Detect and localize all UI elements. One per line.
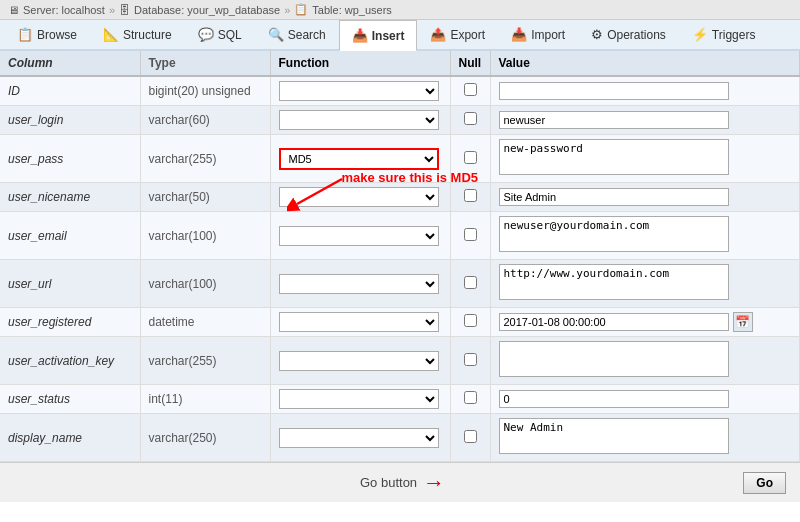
cell-function[interactable]: AES_DECRYPTAES_ENCRYPTBINBIT_LENGTHCHARC… — [270, 183, 450, 212]
cell-null[interactable] — [450, 260, 490, 308]
value-textarea[interactable] — [499, 139, 729, 175]
null-checkbox[interactable] — [464, 228, 477, 241]
tab-export-label: Export — [450, 28, 485, 42]
cell-value[interactable] — [490, 337, 800, 385]
tab-operations-label: Operations — [607, 28, 666, 42]
cell-column: display_name — [0, 414, 140, 462]
cell-function[interactable]: AES_DECRYPTAES_ENCRYPTBINBIT_LENGTHCHARC… — [270, 135, 450, 183]
tab-operations[interactable]: ⚙ Operations — [578, 20, 679, 49]
calendar-icon[interactable]: 📅 — [733, 312, 753, 332]
cell-null[interactable] — [450, 183, 490, 212]
cell-type: varchar(255) — [140, 135, 270, 183]
cell-function[interactable]: AES_DECRYPTAES_ENCRYPTBINBIT_LENGTHCHARC… — [270, 212, 450, 260]
tab-structure-label: Structure — [123, 28, 172, 42]
tab-structure[interactable]: 📐 Structure — [90, 20, 185, 49]
table-row: user_statusint(11)AES_DECRYPTAES_ENCRYPT… — [0, 385, 800, 414]
value-textarea[interactable] — [499, 418, 729, 454]
table-row: display_namevarchar(250)AES_DECRYPTAES_E… — [0, 414, 800, 462]
function-select[interactable]: AES_DECRYPTAES_ENCRYPTBINBIT_LENGTHCHARC… — [279, 389, 439, 409]
tab-insert[interactable]: 📥 Insert — [339, 20, 418, 51]
null-checkbox[interactable] — [464, 314, 477, 327]
null-checkbox[interactable] — [464, 189, 477, 202]
cell-value[interactable] — [490, 212, 800, 260]
cell-function[interactable]: AES_DECRYPTAES_ENCRYPTBINBIT_LENGTHCHARC… — [270, 76, 450, 106]
cell-function[interactable]: AES_DECRYPTAES_ENCRYPTBINBIT_LENGTHCHARC… — [270, 414, 450, 462]
tab-triggers[interactable]: ⚡ Triggers — [679, 20, 769, 49]
value-textarea[interactable] — [499, 216, 729, 252]
value-input[interactable] — [499, 188, 729, 206]
cell-column: user_nicename — [0, 183, 140, 212]
server-label: Server: localhost — [23, 4, 105, 16]
cell-null[interactable] — [450, 135, 490, 183]
value-input[interactable] — [499, 111, 729, 129]
cell-value[interactable] — [490, 183, 800, 212]
table-row: user_activation_keyvarchar(255)AES_DECRY… — [0, 337, 800, 385]
cell-type: varchar(50) — [140, 183, 270, 212]
tab-browse-label: Browse — [37, 28, 77, 42]
tab-search[interactable]: 🔍 Search — [255, 20, 339, 49]
cell-function[interactable]: AES_DECRYPTAES_ENCRYPTBINBIT_LENGTHCHARC… — [270, 385, 450, 414]
cell-type: datetime — [140, 308, 270, 337]
cell-null[interactable] — [450, 106, 490, 135]
triggers-icon: ⚡ — [692, 27, 708, 42]
null-checkbox[interactable] — [464, 353, 477, 366]
cell-function[interactable]: AES_DECRYPTAES_ENCRYPTBINBIT_LENGTHCHARC… — [270, 106, 450, 135]
tab-browse[interactable]: 📋 Browse — [4, 20, 90, 49]
cell-null[interactable] — [450, 308, 490, 337]
cell-value[interactable] — [490, 385, 800, 414]
cell-value[interactable]: 📅 — [490, 308, 800, 337]
cell-value[interactable] — [490, 260, 800, 308]
cell-function[interactable]: AES_DECRYPTAES_ENCRYPTBINBIT_LENGTHCHARC… — [270, 308, 450, 337]
cell-null[interactable] — [450, 212, 490, 260]
tab-sql[interactable]: 💬 SQL — [185, 20, 255, 49]
cell-type: varchar(60) — [140, 106, 270, 135]
function-select[interactable]: AES_DECRYPTAES_ENCRYPTBINBIT_LENGTHCHARC… — [279, 187, 439, 207]
function-select[interactable]: AES_DECRYPTAES_ENCRYPTBINBIT_LENGTHCHARC… — [279, 110, 439, 130]
null-checkbox[interactable] — [464, 276, 477, 289]
cell-null[interactable] — [450, 385, 490, 414]
function-select[interactable]: AES_DECRYPTAES_ENCRYPTBINBIT_LENGTHCHARC… — [279, 274, 439, 294]
value-input[interactable] — [499, 82, 729, 100]
null-checkbox[interactable] — [464, 112, 477, 125]
function-select[interactable]: AES_DECRYPTAES_ENCRYPTBINBIT_LENGTHCHARC… — [279, 226, 439, 246]
cell-value[interactable] — [490, 135, 800, 183]
cell-column: user_pass — [0, 135, 140, 183]
cell-null[interactable] — [450, 414, 490, 462]
go-annotation: Go button → — [360, 470, 445, 496]
cell-value[interactable] — [490, 414, 800, 462]
cell-column: user_status — [0, 385, 140, 414]
table-row: user_emailvarchar(100)AES_DECRYPTAES_ENC… — [0, 212, 800, 260]
function-select[interactable]: AES_DECRYPTAES_ENCRYPTBINBIT_LENGTHCHARC… — [279, 351, 439, 371]
tab-export[interactable]: 📤 Export — [417, 20, 498, 49]
function-select[interactable]: AES_DECRYPTAES_ENCRYPTBINBIT_LENGTHCHARC… — [279, 81, 439, 101]
function-select[interactable]: AES_DECRYPTAES_ENCRYPTBINBIT_LENGTHCHARC… — [279, 148, 439, 170]
function-select[interactable]: AES_DECRYPTAES_ENCRYPTBINBIT_LENGTHCHARC… — [279, 312, 439, 332]
breadcrumb: 🖥 Server: localhost » 🗄 Database: your_w… — [0, 0, 800, 20]
null-checkbox[interactable] — [464, 151, 477, 164]
cell-column: user_email — [0, 212, 140, 260]
table-label: Table: wp_users — [312, 4, 392, 16]
cell-null[interactable] — [450, 76, 490, 106]
function-select[interactable]: AES_DECRYPTAES_ENCRYPTBINBIT_LENGTHCHARC… — [279, 428, 439, 448]
cell-function[interactable]: AES_DECRYPTAES_ENCRYPTBINBIT_LENGTHCHARC… — [270, 337, 450, 385]
value-textarea[interactable] — [499, 264, 729, 300]
browse-icon: 📋 — [17, 27, 33, 42]
cell-function[interactable]: AES_DECRYPTAES_ENCRYPTBINBIT_LENGTHCHARC… — [270, 260, 450, 308]
operations-icon: ⚙ — [591, 27, 603, 42]
null-checkbox[interactable] — [464, 391, 477, 404]
null-checkbox[interactable] — [464, 83, 477, 96]
cell-type: varchar(255) — [140, 337, 270, 385]
cell-column: user_login — [0, 106, 140, 135]
value-input[interactable] — [499, 390, 729, 408]
null-checkbox[interactable] — [464, 430, 477, 443]
cell-value[interactable] — [490, 76, 800, 106]
cell-null[interactable] — [450, 337, 490, 385]
cell-value[interactable] — [490, 106, 800, 135]
value-textarea[interactable] — [499, 341, 729, 377]
go-button[interactable]: Go — [743, 472, 786, 494]
value-datetime-input[interactable] — [499, 313, 729, 331]
header-function: Function — [270, 51, 450, 76]
tab-import[interactable]: 📥 Import — [498, 20, 578, 49]
insert-table: Column Type Function Null Value IDbigint… — [0, 51, 800, 462]
tab-sql-label: SQL — [218, 28, 242, 42]
